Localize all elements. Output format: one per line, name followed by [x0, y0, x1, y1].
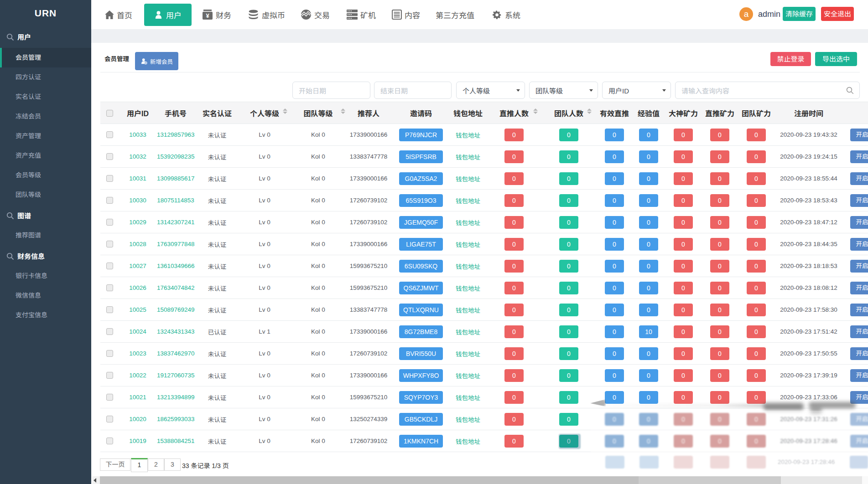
svg-text:¥: ¥ — [206, 12, 209, 19]
